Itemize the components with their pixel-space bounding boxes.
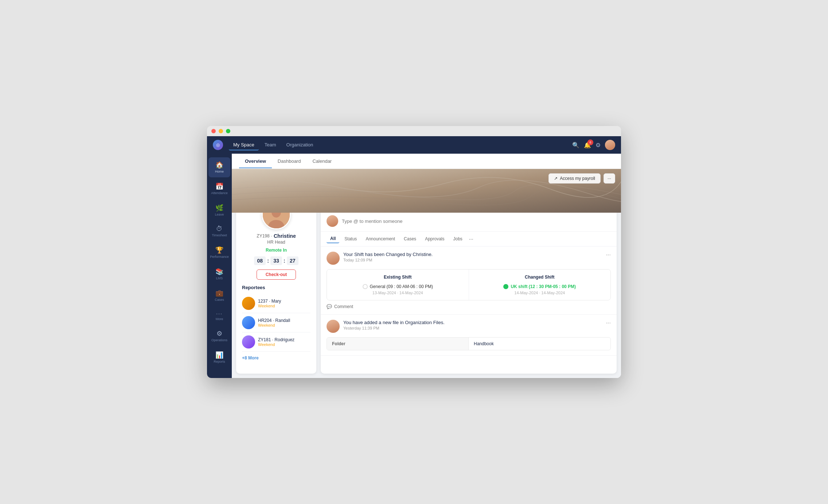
logo-icon: ◎ (216, 142, 220, 147)
folder-info: Folder Handbook (327, 337, 611, 350)
notifications-button[interactable]: 🔔 6 (584, 142, 591, 149)
filter-approvals[interactable]: Approvals (421, 235, 448, 243)
user-avatar[interactable] (605, 140, 615, 150)
shift-change-title: Your Shift has been Changed by Christine… (343, 252, 602, 257)
feed-avatar-2 (327, 320, 340, 333)
filter-jobs[interactable]: Jobs (450, 235, 466, 243)
sidebar-item-timesheet[interactable]: ⏱ Timesheet (208, 221, 230, 241)
maximize-button[interactable] (226, 129, 230, 133)
changed-shift-date: 14-May-2024 · 14-May-2024 (474, 291, 606, 295)
file-add-title: You have added a new file in Organizatio… (343, 320, 602, 325)
title-bar (207, 126, 621, 136)
feed-item-menu-2[interactable]: ··· (606, 320, 611, 326)
shift-comparison: Existing Shift General (09 : 00 AM-06 : … (327, 269, 611, 300)
operations-icon: ⚙ (216, 330, 222, 338)
filter-status[interactable]: Status (341, 235, 360, 243)
banner-more-button[interactable]: ··· (604, 173, 615, 184)
close-button[interactable] (211, 129, 216, 133)
reportee-info-mary: 1237 · Mary Weekend (258, 299, 281, 308)
folder-value: Handbook (469, 338, 610, 350)
mention-input[interactable] (342, 218, 611, 224)
reportee-name-rodriguez: ZY181 · Rodriguez (258, 337, 294, 342)
feed-item-header-1: Your Shift has been Changed by Christine… (327, 252, 611, 265)
reportees-section: Reportees 1237 · Mary Weekend (242, 285, 310, 361)
existing-shift-date: 13-May-2024 · 14-May-2024 (332, 291, 464, 295)
sidebar: 🏠 Home 📅 Attendance 🌿 Leave ⏱ Timesheet … (207, 154, 232, 378)
search-button[interactable]: 🔍 (572, 142, 579, 149)
sidebar-item-attendance[interactable]: 📅 Attendance (208, 179, 230, 199)
sidebar-item-lms[interactable]: 📚 LMS (208, 264, 230, 284)
sidebar-label-timesheet: Timesheet (212, 233, 227, 237)
changed-shift-radio: UK shift (12 : 30 PM-05 : 00 PM) (474, 284, 606, 289)
existing-shift-col: Existing Shift General (09 : 00 AM-06 : … (327, 269, 469, 300)
profile-section: ZY198 · Christine HR Head Remote In 08 :… (232, 213, 621, 378)
reports-icon: 📊 (215, 351, 223, 359)
folder-label: Folder (327, 338, 469, 350)
timer-minutes: 33 (270, 256, 282, 265)
checkout-button[interactable]: Check-out (257, 269, 296, 280)
settings-button[interactable]: ⚙ (595, 142, 601, 149)
sidebar-item-leave[interactable]: 🌿 Leave (208, 200, 230, 220)
sidebar-item-more[interactable]: ··· More (208, 307, 230, 325)
reportees-more-link[interactable]: +8 More (242, 355, 310, 361)
sidebar-item-home[interactable]: 🏠 Home (208, 157, 230, 177)
reportee-name-mary: 1237 · Mary (258, 299, 281, 304)
external-link-icon: ↗ (554, 176, 558, 181)
filter-all[interactable]: All (327, 235, 339, 243)
feed-item-shift-change: Your Shift has been Changed by Christine… (321, 247, 617, 315)
feed-item-body-1: Your Shift has been Changed by Christine… (343, 252, 602, 262)
timer-sep-1: : (267, 258, 269, 264)
reportee-info-rodriguez: ZY181 · Rodriguez Weekend (258, 337, 294, 347)
profile-card: ZY198 · Christine HR Head Remote In 08 :… (236, 213, 316, 374)
sub-tabs: Overview Dashboard Calendar (232, 154, 621, 169)
nav-myspace[interactable]: My Space (229, 140, 259, 150)
filter-announcement[interactable]: Announcement (362, 235, 399, 243)
timer-sep-2: : (284, 258, 285, 264)
feed-item-body-2: You have added a new file in Organizatio… (343, 320, 602, 330)
existing-shift-name: General (09 : 00 AM-06 : 00 PM) (370, 284, 433, 289)
reportee-status-rodriguez: Weekend (258, 342, 294, 347)
tab-calendar[interactable]: Calendar (306, 155, 337, 168)
profile-avatar (262, 213, 291, 229)
nav-organization[interactable]: Organization (282, 140, 318, 150)
profile-banner: ↗ Access my payroll ··· (232, 169, 621, 213)
feed-card: Activities Feeds Profile Approvals Leave… (321, 213, 617, 374)
comment-button-1[interactable]: 💬 Comment (327, 304, 611, 309)
reportee-status-mary: Weekend (258, 304, 281, 308)
nav-team[interactable]: Team (260, 140, 281, 150)
changed-shift-col: Changed Shift UK shift (12 : 30 PM-05 : … (469, 269, 611, 300)
filter-more[interactable]: ··· (469, 236, 473, 242)
comment-icon-1: 💬 (327, 304, 332, 309)
payroll-button[interactable]: ↗ Access my payroll (548, 173, 601, 184)
tab-overview[interactable]: Overview (239, 155, 272, 168)
sidebar-item-cases[interactable]: 💼 Cases (208, 286, 230, 306)
sidebar-label-cases: Cases (215, 298, 224, 302)
cases-icon: 💼 (215, 289, 223, 297)
sidebar-label-lms: LMS (216, 276, 223, 280)
profile-name: Christine (274, 233, 296, 239)
gear-icon: ⚙ (595, 142, 601, 148)
sidebar-label-more: More (216, 317, 223, 321)
reportee-name-randall: HR204 · Randall (258, 318, 290, 323)
sidebar-item-performance[interactable]: 🏆 Performance (208, 243, 230, 263)
sidebar-item-operations[interactable]: ⚙ Operations (208, 326, 230, 346)
minimize-button[interactable] (219, 129, 223, 133)
timer-hours: 08 (254, 256, 266, 265)
filter-tabs: All Status Announcement Cases Approvals … (321, 232, 617, 247)
sidebar-label-reports: Reports (214, 360, 225, 364)
feed-item-menu-1[interactable]: ··· (606, 252, 611, 258)
changed-shift-header: Changed Shift (474, 275, 606, 280)
reportee-item-3: ZY181 · Rodriguez Weekend (242, 332, 310, 352)
status-badge: Remote In (266, 248, 287, 253)
feed-avatar-1 (327, 252, 340, 265)
reportee-item-2: HR204 · Randall Weekend (242, 313, 310, 332)
main-content: 🏠 Home 📅 Attendance 🌿 Leave ⏱ Timesheet … (207, 154, 621, 378)
filter-cases[interactable]: Cases (400, 235, 420, 243)
sidebar-item-reports[interactable]: 📊 Reports (208, 347, 230, 367)
tab-dashboard[interactable]: Dashboard (272, 155, 307, 168)
sidebar-label-leave: Leave (215, 213, 224, 217)
attendance-icon: 📅 (215, 182, 223, 190)
home-icon: 🏠 (215, 161, 223, 169)
shift-change-time: Today 12:09 PM (343, 258, 602, 262)
leave-icon: 🌿 (215, 204, 223, 212)
